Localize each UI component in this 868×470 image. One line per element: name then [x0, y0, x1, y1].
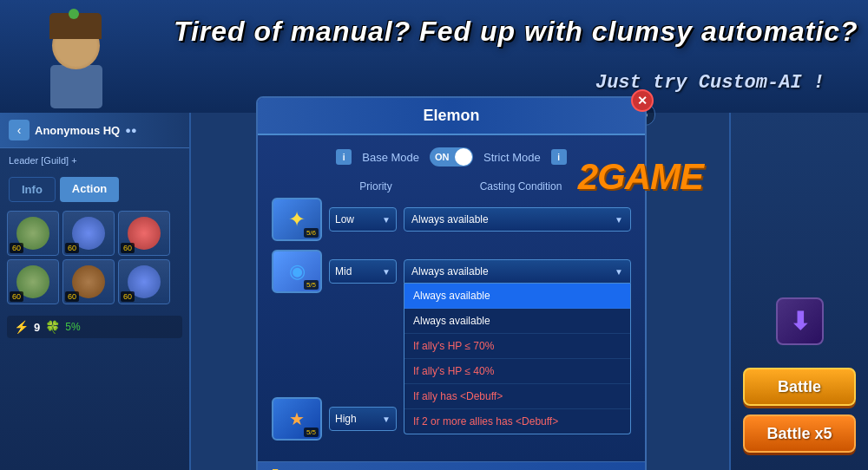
energy-row: ⚡ 9 🍀 5% [7, 316, 182, 338]
toggle-on-label: ON [435, 152, 450, 162]
lightning-icon: ⚡ [14, 320, 29, 334]
strict-mode-info-icon[interactable]: i [551, 149, 567, 165]
skill-2-gfx: ◉ [289, 260, 306, 283]
dropdown-item-always[interactable]: Always available [404, 309, 630, 334]
dropdown-item-debuff[interactable]: If ally has <Debuff> [404, 384, 630, 409]
char-level: 60 [65, 291, 79, 302]
skill-3-priority-dropdown[interactable]: High ▼ [329, 407, 397, 431]
modal-wrapper: + 📦 25 Elemon ✕ i Base Mode [256, 96, 664, 470]
down-arrow-icon: ⬇ [776, 297, 824, 345]
skill-3-gfx: ★ [289, 408, 305, 429]
char-level: 60 [10, 291, 23, 302]
skill-1-casting-value: Always available [411, 213, 489, 225]
char-card[interactable]: 60 [62, 259, 115, 304]
modal-title: Elemon [423, 107, 479, 124]
energy-percent: 5% [65, 321, 80, 333]
banner-headline: Tired of manual? Fed up with clumsy auto… [174, 16, 858, 48]
strict-mode-label: Strict Mode [483, 151, 541, 164]
sidebar-tabs: Info Action [9, 177, 181, 202]
column-headers: Priority Casting Condition [272, 180, 631, 193]
dropdown-item-hp40[interactable]: If ally's HP ≤ 40% [404, 359, 630, 384]
char-card[interactable]: 60 [118, 211, 170, 256]
skill-2-casting-arrow: ▼ [615, 267, 623, 277]
chevron-down-icon: ⬇ [790, 307, 810, 336]
bottom-energy-bar: Energy [258, 461, 645, 470]
toggle-knob [455, 148, 472, 166]
leader-label: Leader [Guild] + [0, 148, 189, 173]
skill-1-casting-dropdown[interactable]: Always available ▼ [404, 207, 631, 232]
modal-header: Elemon [258, 98, 645, 135]
character-grid: 60 60 60 60 60 [0, 206, 189, 312]
battle-button[interactable]: Battle [743, 368, 856, 406]
char-level: 60 [10, 243, 23, 253]
character-illustration [26, 9, 165, 113]
skill-2-casting-dropdown[interactable]: Always available ▼ [404, 259, 631, 284]
skill-2-level: 5/5 [304, 280, 319, 290]
skill-1-priority-value: Low [335, 213, 354, 225]
back-button[interactable]: ‹ [9, 120, 30, 140]
energy-value: 9 [34, 321, 40, 334]
casting-column-header: Casting Condition [411, 180, 631, 193]
skill-2-priority-value: Mid [335, 265, 352, 277]
base-mode-info-icon[interactable]: i [336, 149, 352, 165]
skill-row-1: ✦ 5/6 Low ▼ Always available ▼ [272, 198, 631, 241]
character-hat [49, 13, 102, 39]
leaf-icon: 🍀 [45, 320, 60, 334]
skill-1-priority-dropdown[interactable]: Low ▼ [329, 207, 397, 232]
skill-1-casting-arrow: ▼ [615, 215, 623, 225]
char-card[interactable]: 60 [7, 259, 59, 304]
skill-2-casting-container: Always available ▼ Always available Alwa… [404, 259, 631, 284]
character-body [50, 65, 102, 108]
skill-1-level: 5/6 [304, 228, 319, 238]
skill-2-priority-arrow: ▼ [382, 267, 391, 277]
elemon-modal: Elemon ✕ i Base Mode ON Strict Mode i [256, 96, 647, 470]
skill-icon-2[interactable]: ◉ 5/5 [272, 250, 322, 293]
char-card[interactable]: 60 [62, 211, 115, 256]
main-content: ‹ Anonymous HQ ●● Leader [Guild] + Info … [0, 113, 868, 470]
char-row-2: 60 60 60 [7, 259, 182, 304]
left-sidebar: ‹ Anonymous HQ ●● Leader [Guild] + Info … [0, 113, 191, 470]
char-level: 60 [121, 243, 135, 253]
skill-row-2: ◉ 5/5 Mid ▼ Always available ▼ [272, 250, 631, 293]
skill-2-casting-value: Always available [411, 265, 489, 277]
skill-2-priority-dropdown[interactable]: Mid ▼ [329, 259, 397, 284]
skill-icon-1[interactable]: ✦ 5/6 [272, 198, 322, 241]
casting-dropdown-menu: Always available Always available If all… [404, 284, 631, 434]
priority-column-header: Priority [341, 180, 411, 193]
skill-3-level: 5/5 [304, 428, 319, 437]
modal-body: i Base Mode ON Strict Mode i Priority Ca… [258, 135, 645, 461]
char-row-1: 60 60 60 [7, 211, 182, 256]
skill-1-gfx: ✦ [288, 207, 306, 232]
char-level: 60 [121, 291, 135, 302]
mode-row: i Base Mode ON Strict Mode i [272, 147, 631, 166]
dropdown-item-always-selected[interactable]: Always available [404, 284, 630, 309]
right-sidebar: ⬇ Battle Battle x5 [729, 113, 868, 470]
skill-1-priority-arrow: ▼ [382, 215, 391, 225]
modal-close-button[interactable]: ✕ [631, 89, 654, 112]
page-indicator: ●● [125, 125, 136, 135]
dropdown-item-hp70[interactable]: If ally's HP ≤ 70% [404, 334, 630, 359]
banner-subtext: Just try Custom-AI ! [595, 72, 825, 94]
char-card[interactable]: 60 [7, 211, 59, 256]
tab-info[interactable]: Info [9, 177, 56, 202]
skill-3-priority-arrow: ▼ [382, 415, 391, 424]
skill-icon-3[interactable]: ★ 5/5 [272, 397, 322, 441]
center-area: 2GAME + 📦 25 Elemon ✕ i Ba [191, 113, 729, 470]
base-mode-toggle[interactable]: ON [430, 147, 473, 166]
dropdown-item-2allies-debuff[interactable]: If 2 or more allies has <Debuff> [404, 409, 630, 434]
base-mode-label: Base Mode [362, 151, 419, 164]
battle-x5-button[interactable]: Battle x5 [743, 415, 856, 453]
char-level: 60 [65, 243, 79, 253]
tab-action[interactable]: Action [60, 177, 119, 202]
skill-3-priority-value: High [335, 413, 357, 425]
char-card[interactable]: 60 [118, 259, 170, 304]
hq-title: Anonymous HQ [35, 124, 120, 137]
sidebar-header: ‹ Anonymous HQ ●● [0, 113, 189, 148]
